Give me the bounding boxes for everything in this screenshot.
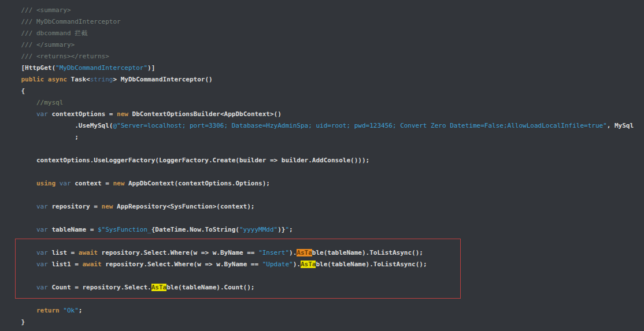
code-line: var Count = repository.Select.AsTable(ta… [6,282,644,293]
code-line [6,293,644,305]
code-line: { [6,85,644,97]
code-line: //mysql [6,97,644,109]
search-highlight: AsTa [151,284,167,291]
code-line: contextOptions.UseLoggerFactory(LoggerFa… [6,155,644,166]
code-token: var [60,180,71,187]
code-token: ble(tableName).ToListAsync(); [312,249,423,256]
code-line: /// </summary> [6,39,644,51]
code-token: /// MyDbCommandInterceptor [6,18,121,25]
code-line: .UseMySql(@"Server=localhost; port=3306;… [6,120,644,132]
code-line [6,236,644,247]
code-line: using var context = new AppDbContext(con… [6,178,644,189]
code-token: { [6,87,25,95]
code-token: Count = repository.Select. [48,284,151,291]
code-token: DbContextOptionsBuilder<AppDbContext>() [128,110,282,118]
code-token: Task< [71,76,90,83]
code-token: list = [48,249,79,256]
code-token: context = [71,180,113,187]
code-token: "Update" [262,261,293,268]
code-token: await [79,249,98,256]
code-line: return "Ok"; [6,305,644,317]
code-token: $"SysFunction_ [98,226,151,233]
code-token: contextOptions.UseLoggerFactory(LoggerFa… [6,157,369,164]
code-token: ble(tableName).ToListAsync(); [316,261,427,268]
code-token: repository.Select.Where(w => w.ByName == [102,261,262,268]
code-token: ). [289,249,297,256]
code-token: tableName = [48,226,98,233]
code-token: await [82,261,101,268]
code-token: AppRepository<SysFunction>(context); [113,203,254,210]
code-line: var list = await repository.Select.Where… [6,247,644,259]
code-editor[interactable]: /// <summary> /// MyDbCommandInterceptor… [0,0,644,331]
code-token: list1 = [48,261,83,268]
code-token: ; [6,133,79,141]
code-token: repository.Select.Where(w => w.ByName == [98,249,258,256]
code-token: "Insert" [258,249,289,256]
code-token: using [6,180,60,187]
code-token: } [6,318,25,326]
code-line [6,166,644,178]
code-token: "MyDbCommandInterceptor" [55,64,147,72]
code-token: {DateTime.Now.ToString( [151,226,239,233]
code-token: contextOptions = [48,110,117,118]
code-token: ; [79,307,83,314]
code-token: ). [293,261,301,268]
search-highlight: AsTa [301,261,316,268]
code-token: var [6,226,48,233]
code-line: } [6,317,644,328]
code-token: )} [277,226,285,233]
code-line: public async Task<string> MyDbCommandInt… [6,74,644,85]
code-line: /// MyDbCommandInterceptor [6,16,644,28]
code-token: //mysql [6,99,63,106]
code-token: var [6,249,48,256]
code-token: var [6,203,48,210]
code-token: "Ok" [63,307,79,314]
code-line [6,213,644,224]
code-line [6,143,644,155]
code-token: return [6,307,63,314]
code-token: repository = [48,203,102,210]
code-token: [HttpGet( [6,64,55,72]
code-token: /// dbcommand 拦截 [6,29,87,37]
code-line: ; [6,132,644,143]
code-token: var [6,261,48,268]
code-line: [HttpGet("MyDbCommandInterceptor")] [6,62,644,74]
code-line: /// <returns></returns> [6,51,644,62]
code-token: ; [289,226,293,233]
code-token: "yyyyMMdd" [239,226,277,233]
code-line [6,189,644,201]
code-token: , MySql [607,122,634,129]
code-token: /// <returns></returns> [6,53,109,60]
code-token: new [102,203,113,210]
code-token: var [6,110,48,118]
code-token: @"Server=localhost; port=3306; Database=… [113,122,606,129]
code-token: var [6,284,48,291]
code-line: var tableName = $"SysFunction_{DateTime.… [6,224,644,236]
code-token: new [113,180,124,187]
code-token: string [90,76,113,83]
code-token: > MyDbCommandInterceptor() [113,76,212,83]
search-highlight-current: AsTa [297,249,312,256]
code-token: AppDbContext(contextOptions.Options); [124,180,270,187]
code-line: /// dbcommand 拦截 [6,28,644,39]
code-line: var contextOptions = new DbContextOption… [6,109,644,120]
code-token: public async [6,76,71,83]
code-token: )] [147,64,155,72]
code-token: .UseMySql( [6,122,113,129]
code-token: /// <summary> [6,6,71,14]
code-line [6,270,644,282]
code-line: var list1 = await repository.Select.Wher… [6,259,644,270]
code-token: ble(tableName).Count(); [166,284,254,291]
code-line: var repository = new AppRepository<SysFu… [6,201,644,213]
code-token: new [117,110,128,118]
code-token: /// </summary> [6,41,75,49]
code-line: /// <summary> [6,5,644,16]
